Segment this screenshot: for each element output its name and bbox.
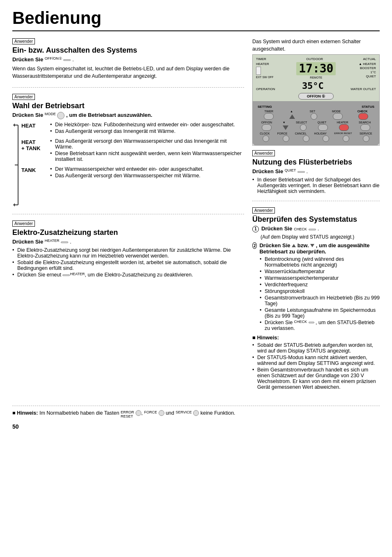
check-button-step1[interactable] <box>309 229 316 230</box>
status-bullet-4: Verdichterfrequenz <box>260 282 380 288</box>
mode-bracket-svg <box>12 122 20 208</box>
select-button[interactable] <box>300 124 307 131</box>
status-bullet-3: Warmwasserspeichertemperatur <box>260 275 380 281</box>
mode-tank-bullets: Der Warmwasserspeicher wird entweder ein… <box>50 166 244 179</box>
anwender-badge-1: Anwender <box>12 38 35 44</box>
mode-ht-bullet-2: Diese Betriebsart kann nicht ausgewählt … <box>50 151 244 162</box>
mode-button[interactable] <box>333 113 343 120</box>
remote-buttons-panel: SETTING STATUS TIMER ▲ SET MODE CHECK <box>253 102 379 145</box>
select-btn-lbl: SELECT <box>296 121 307 124</box>
anwender-badge-4: Anwender <box>252 150 275 156</box>
wire-connector <box>256 67 261 75</box>
extern-switch-note: Das System wird durch einen externen Sch… <box>252 38 380 53</box>
section5-bullets: Betontrocknung (wird während des Normalb… <box>252 256 380 331</box>
step1-prefix: Drücken Sie <box>261 225 292 232</box>
hinweis-bullet-2: Der STATUS-Modus kann nicht aktiviert we… <box>252 355 380 366</box>
section1-body: Wenn das System eingeschaltet ist, leuch… <box>12 65 244 80</box>
setting-status-labels: SETTING STATUS <box>256 105 376 109</box>
right-column: Das System wird durch einen externen Sch… <box>252 38 380 402</box>
service-btn-lbl: SERVICE <box>360 132 372 135</box>
check-button[interactable] <box>358 113 368 120</box>
error-reset-btn[interactable] <box>136 410 141 416</box>
step2-text: Drücken Sie bzw. , um die ausgewählte Be… <box>259 242 380 255</box>
heater-bullet-1: Die Elektro-Zusatzheizung sorgt bei nied… <box>12 247 244 259</box>
hinweis-title: ■ Hinweis: <box>252 334 380 341</box>
hinweis-bullet-3: Beim Gesamtstromverbrauch handelt es sic… <box>252 367 380 390</box>
mode-heat-bullet-2: Das Außengerät versorgt das Innengerät m… <box>50 128 244 134</box>
quiet-r-lbl: QUIET <box>366 74 376 78</box>
search-btn-lbl: SEARCH <box>359 121 371 124</box>
water-outlet-lbl: WATER OUTLET <box>350 87 376 91</box>
mode-heat-tank: HEAT+ TANK Das Außengerät versorgt den W… <box>21 138 244 163</box>
mode-tank-label: TANK <box>21 166 50 179</box>
section-mode: Anwender Wahl der Betriebsart Drücken Si… <box>12 93 244 214</box>
remote-display-area: TIMER OUTDOOR ACTUAL HEATER EXT SW OFF 1… <box>253 55 379 102</box>
errorreset-btn-lbl: ERROR RESET <box>334 132 352 135</box>
heater-period: . <box>70 239 71 245</box>
section3-bullets: Die Elektro-Zusatzheizung sorgt bei nied… <box>12 247 244 278</box>
status-bullet-1: Betontrocknung (wird während des Normalb… <box>260 256 380 268</box>
force-btn[interactable] <box>159 410 164 416</box>
quiet-button[interactable] <box>318 124 328 131</box>
mode-btn-lbl: MODE <box>332 110 341 113</box>
heater-button-inline-2[interactable] <box>62 274 70 276</box>
svg-marker-5 <box>13 203 15 207</box>
set-button[interactable] <box>311 113 317 120</box>
check-btn-lbl: CHECK <box>357 110 368 113</box>
force-button[interactable] <box>283 135 289 142</box>
quiet-button-inline[interactable] <box>297 171 305 173</box>
down-arrow-button[interactable] <box>283 125 288 130</box>
svg-marker-4 <box>13 123 15 127</box>
btn-row2-labels: OFF/ON ▼ SELECT QUIET HEATER SEARCH <box>256 121 376 124</box>
status-bullet-7: Gesamte Leistungsaufnahme im Speichermod… <box>260 307 380 319</box>
errorreset-button[interactable] <box>343 135 349 142</box>
off-on-button-inline[interactable] <box>63 59 71 61</box>
btn-row3 <box>256 135 376 142</box>
up-arrow-button[interactable] <box>289 114 295 119</box>
setting-lbl: SETTING <box>258 105 272 109</box>
offon-button[interactable] <box>262 124 272 131</box>
holiday-button[interactable] <box>323 135 329 142</box>
up-icon-step2 <box>292 244 296 247</box>
btn-row1-labels: TIMER ▲ SET MODE CHECK <box>256 110 376 113</box>
step1-note: (Auf dem Display wird STATUS angezeigt.) <box>252 234 380 240</box>
clock-button[interactable] <box>263 135 269 142</box>
anwender-badge-3: Anwender <box>12 220 35 227</box>
heater-label-small: HEATER <box>45 239 60 243</box>
service-btn[interactable] <box>193 410 199 416</box>
cancel-button[interactable] <box>303 135 309 142</box>
step2-line: 2 Drücken Sie bzw. , um die ausgewählte … <box>252 242 380 255</box>
check-button-exit[interactable] <box>309 322 314 323</box>
remote-time-display: 17:30 <box>296 62 336 75</box>
mode-heat-label: HEAT <box>21 122 50 135</box>
quiet-bullet-1: In dieser Betriebsart wird der Schallpeg… <box>252 177 380 194</box>
up-btn-lbl: ▲ <box>290 110 293 113</box>
bottom-note: ■ Hinweis: Im Normalbetrieb haben die Ta… <box>12 406 380 418</box>
set-btn-lbl: SET <box>310 110 316 113</box>
section2-title: Wahl der Betriebsart <box>12 102 244 110</box>
outdoor-label: OUTDOOR <box>306 57 323 61</box>
temp2-lbl: 35°C <box>302 81 324 91</box>
mode-ht-bullet-1: Das Außengerät versorgt den Warmwassersp… <box>50 138 244 150</box>
btn-row1 <box>256 113 376 120</box>
drucken-label-4: Drücken Sie <box>252 168 283 174</box>
remote-control-image: TIMER OUTDOOR ACTUAL HEATER EXT SW OFF 1… <box>252 54 380 146</box>
mode-button-inline[interactable] <box>57 112 65 119</box>
service-button[interactable] <box>363 135 369 142</box>
operation-lbl: OPERATION <box>256 87 275 91</box>
timer-btn-lbl: TIMER <box>264 110 273 113</box>
remote-top-labels: TIMER OUTDOOR ACTUAL <box>256 57 376 61</box>
off-on-btn-remote[interactable]: OFF/ON ① <box>298 93 334 100</box>
clock-btn-lbl: CLOCK <box>260 132 270 135</box>
section5-title: Überprüfen des Systemstatus <box>252 215 380 224</box>
heater-button[interactable] <box>339 124 349 131</box>
page-title: Bedienung <box>12 8 380 31</box>
anwender-badge-5: Anwender <box>252 207 275 214</box>
mode-tank-bullet-1: Der Warmwasserspeicher wird entweder ein… <box>50 166 244 172</box>
mode-tank-bullet-2: Das Außengerät versorgt den Warmwassersp… <box>50 173 244 179</box>
heater-button-inline[interactable] <box>61 241 68 243</box>
timer-button[interactable] <box>264 113 274 120</box>
search-button[interactable] <box>360 124 370 131</box>
quiet-period: . <box>307 168 308 174</box>
off-on-label-small: OFF/ON① <box>45 56 62 60</box>
